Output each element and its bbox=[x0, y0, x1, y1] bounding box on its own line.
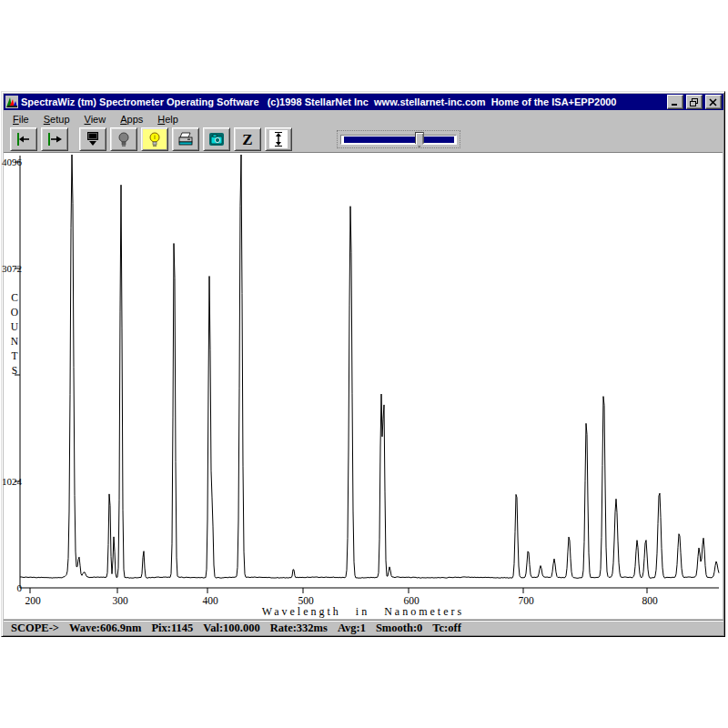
spectrum-plot-area[interactable]: 4096307210240 200300400500600700800 COUN… bbox=[4, 152, 723, 619]
status-rate: Rate:332ms bbox=[270, 622, 328, 635]
menu-file[interactable]: File bbox=[5, 112, 36, 126]
lamp-on-button[interactable] bbox=[141, 127, 168, 151]
scan-forward-button[interactable] bbox=[41, 127, 68, 151]
monitor-down-icon bbox=[84, 131, 102, 147]
arrow-up-down-icon bbox=[269, 130, 288, 148]
lamp-off-button[interactable] bbox=[110, 127, 137, 151]
scan-to-start-button[interactable] bbox=[10, 127, 37, 151]
spectrum-chart bbox=[4, 153, 723, 620]
capture-display-button[interactable] bbox=[79, 127, 106, 151]
print-button[interactable] bbox=[172, 127, 199, 151]
status-tc: Tc:off bbox=[432, 622, 460, 635]
x-axis-title: Wavelength in Nanometers bbox=[4, 605, 723, 619]
restore-button[interactable] bbox=[686, 95, 703, 109]
arrow-left-to-bar-icon bbox=[15, 132, 33, 147]
lightbulb-off-icon bbox=[116, 131, 132, 147]
status-wave: Wave:606.9nm bbox=[69, 622, 142, 635]
y-tick-label: 4096 bbox=[2, 157, 22, 167]
minimize-button[interactable] bbox=[667, 95, 683, 109]
close-button[interactable] bbox=[705, 95, 722, 109]
y-tick-label: 0 bbox=[2, 582, 22, 593]
menu-help[interactable]: Help bbox=[150, 112, 186, 126]
slider-thumb[interactable] bbox=[415, 132, 424, 147]
spectrum-trace bbox=[20, 155, 719, 578]
slider-track[interactable] bbox=[340, 135, 457, 145]
menu-view[interactable]: View bbox=[77, 112, 114, 126]
lightbulb-on-icon bbox=[147, 131, 163, 147]
titlebar[interactable]: SpectraWiz (tm) Spectrometer Operating S… bbox=[4, 94, 723, 110]
menu-apps[interactable]: Apps bbox=[113, 112, 150, 126]
app-icon bbox=[5, 96, 18, 108]
printer-icon bbox=[177, 131, 195, 147]
window-title: SpectraWiz (tm) Spectrometer Operating S… bbox=[21, 96, 664, 107]
statusbar: SCOPE-> Wave:606.9nm Pix:1145 Val:100.00… bbox=[4, 620, 723, 635]
status-avg: Avg:1 bbox=[338, 622, 366, 635]
arrow-right-from-bar-icon bbox=[46, 132, 64, 147]
menubar: File Setup View Apps Help bbox=[4, 111, 723, 126]
status-pix: Pix:1145 bbox=[151, 622, 193, 635]
y-tick-label: 1024 bbox=[2, 476, 22, 487]
camera-icon bbox=[207, 131, 226, 147]
letter-z-icon: Z bbox=[242, 132, 252, 147]
snapshot-button[interactable] bbox=[203, 127, 230, 151]
desktop: SpectraWiz (tm) Spectrometer Operating S… bbox=[0, 0, 728, 728]
y-axis-title: COUNTS bbox=[9, 292, 20, 379]
status-smooth: Smooth:0 bbox=[376, 622, 422, 635]
status-mode: SCOPE-> bbox=[11, 622, 59, 635]
status-val: Val:100.000 bbox=[203, 622, 259, 635]
integration-time-slider[interactable] bbox=[337, 130, 460, 148]
menu-setup[interactable]: Setup bbox=[36, 112, 77, 126]
autoscale-button[interactable] bbox=[265, 127, 292, 151]
toolbar: Z bbox=[4, 126, 723, 152]
zoom-button[interactable]: Z bbox=[234, 127, 261, 151]
slider-fill bbox=[344, 136, 454, 143]
y-tick-label: 3072 bbox=[2, 263, 22, 274]
